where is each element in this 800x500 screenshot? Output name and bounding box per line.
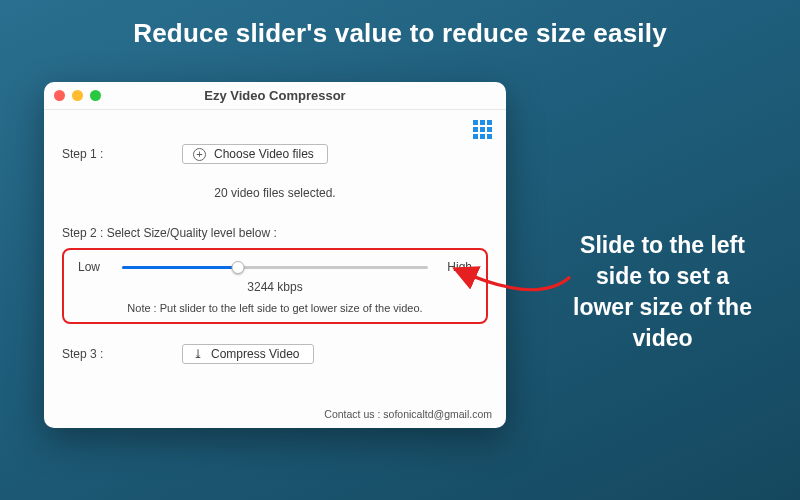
- slider-thumb[interactable]: [232, 261, 245, 274]
- slider-high-label: High: [440, 260, 472, 274]
- slider-note: Note : Put slider to the left side to ge…: [78, 302, 472, 314]
- quality-slider[interactable]: [122, 260, 428, 274]
- contact-info: Contact us : sofonicaltd@gmail.com: [324, 408, 492, 420]
- choose-video-files-button[interactable]: + Choose Video files: [182, 144, 328, 164]
- compress-video-button[interactable]: ⤓ Compress Video: [182, 344, 314, 364]
- quality-slider-section: Low High 3244 kbps Note : Put slider to …: [62, 248, 488, 324]
- plus-icon: +: [193, 148, 206, 161]
- grid-view-button[interactable]: [473, 120, 492, 139]
- download-icon: ⤓: [193, 348, 203, 360]
- callout-text: Slide to the left side to set a lower si…: [565, 230, 760, 354]
- bitrate-readout: 3244 kbps: [78, 280, 472, 294]
- app-window: Ezy Video Compressor Step 1 : + Choose V…: [44, 82, 506, 428]
- selected-files-status: 20 video files selected.: [62, 186, 488, 200]
- choose-button-label: Choose Video files: [214, 147, 314, 161]
- compress-button-label: Compress Video: [211, 347, 300, 361]
- window-titlebar: Ezy Video Compressor: [44, 82, 506, 110]
- slider-low-label: Low: [78, 260, 110, 274]
- page-headline: Reduce slider's value to reduce size eas…: [0, 0, 800, 49]
- slider-track-fill: [122, 266, 238, 269]
- window-title: Ezy Video Compressor: [44, 88, 506, 103]
- step3-label: Step 3 :: [62, 347, 120, 361]
- step1-label: Step 1 :: [62, 147, 120, 161]
- step2-label: Step 2 : Select Size/Quality level below…: [62, 226, 488, 240]
- grid-icon: [473, 120, 492, 139]
